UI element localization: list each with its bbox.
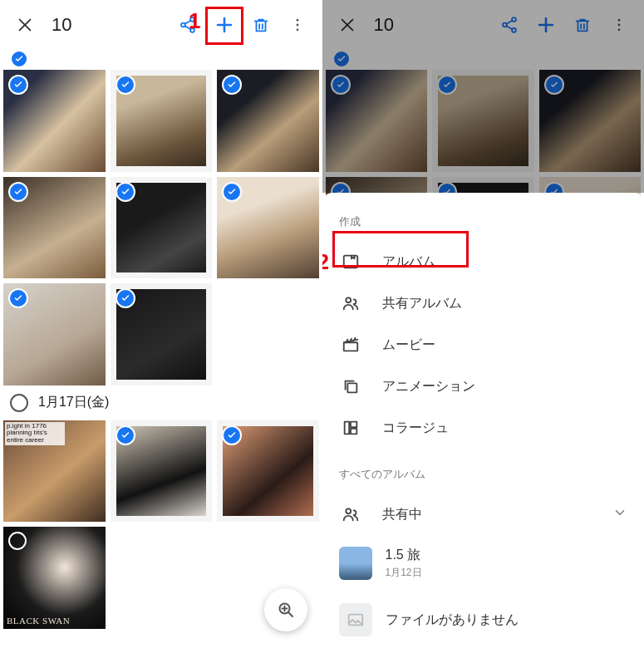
annotation-number: 1: [189, 8, 200, 34]
check-icon: [116, 288, 135, 308]
check-icon: [8, 182, 28, 202]
photo-thumb[interactable]: [111, 420, 213, 523]
screen-step-1: 10: [0, 0, 322, 653]
svg-rect-16: [347, 383, 356, 392]
photo-thumb[interactable]: BLACK SWAN: [3, 527, 106, 629]
album-icon: [339, 253, 362, 271]
album-date: 1月12日: [386, 566, 628, 580]
svg-point-11: [618, 24, 621, 27]
photo-grid: [0, 70, 322, 385]
people-icon: [339, 505, 362, 523]
selection-count: 10: [45, 14, 71, 36]
zoom-in-fab[interactable]: [264, 588, 307, 631]
photo-thumb[interactable]: [111, 283, 213, 385]
photo-thumb[interactable]: [3, 177, 106, 279]
overflow-icon: [602, 8, 636, 42]
screen-step-2: 10: [322, 0, 645, 653]
meme-caption: p.ight in 1776 planning bts's entire car…: [5, 422, 65, 445]
photo-thumb[interactable]: p.ight in 1776 planning bts's entire car…: [3, 420, 106, 523]
selection-count: 10: [367, 14, 394, 36]
date-header[interactable]: 1月17日(金): [0, 385, 322, 420]
share-icon: [493, 8, 526, 42]
svg-point-20: [346, 508, 351, 513]
svg-rect-15: [343, 342, 357, 351]
album-list-item[interactable]: 1.5 旅 1月12日: [322, 535, 645, 592]
selection-topbar: 10: [0, 0, 322, 50]
check-icon: [222, 425, 242, 445]
svg-rect-18: [351, 422, 356, 427]
menu-label: アルバム: [382, 253, 628, 271]
photo-thumb[interactable]: [217, 70, 319, 172]
album-title: 1.5 旅: [386, 547, 628, 564]
menu-item-animation[interactable]: アニメーション: [322, 366, 645, 407]
check-icon: [116, 75, 135, 95]
menu-item-sharing[interactable]: 共有中: [322, 493, 645, 535]
check-icon: [222, 182, 242, 202]
menu-label: ムービー: [382, 336, 628, 354]
date-label: 1月17日(金): [38, 394, 109, 411]
svg-point-10: [618, 19, 621, 22]
svg-point-5: [296, 28, 298, 31]
create-bottom-sheet: 作成 アルバム 共有アルバム ムービー: [322, 193, 645, 653]
date-header-partial: [0, 50, 322, 70]
collage-icon: [339, 419, 362, 437]
check-icon: [116, 182, 135, 202]
menu-item-shared-album[interactable]: 共有アルバム: [322, 282, 645, 324]
photo-thumb[interactable]: [217, 420, 319, 523]
add-to-icon: [529, 8, 563, 42]
close-icon: [331, 8, 364, 42]
date-header-partial: [322, 50, 645, 70]
album-thumb: [339, 547, 372, 580]
close-icon[interactable]: [8, 8, 42, 42]
people-icon: [339, 294, 362, 312]
unchecked-circle-icon: [10, 394, 28, 412]
svg-point-3: [296, 19, 298, 22]
svg-point-14: [346, 297, 351, 302]
unchecked-circle-icon: [8, 532, 27, 550]
check-icon: [8, 288, 28, 308]
check-icon: [222, 75, 242, 95]
menu-item-album[interactable]: アルバム: [322, 241, 645, 282]
album-title: ファイルがありません: [386, 611, 628, 629]
stack-icon: [339, 377, 362, 395]
selection-topbar: 10: [322, 0, 645, 50]
svg-rect-17: [344, 422, 349, 435]
svg-point-12: [618, 28, 621, 31]
menu-item-movie[interactable]: ムービー: [322, 324, 645, 366]
album-info: 1.5 旅 1月12日: [386, 547, 628, 580]
svg-point-4: [296, 24, 298, 27]
add-to-icon[interactable]: [208, 8, 241, 42]
annotation-number: 2: [322, 249, 329, 275]
menu-label: コラージュ: [382, 420, 628, 437]
photo-thumb[interactable]: [111, 70, 213, 172]
trash-icon[interactable]: [244, 8, 278, 42]
poster-title: BLACK SWAN: [7, 616, 70, 626]
photo-thumb[interactable]: [111, 177, 213, 279]
photo-thumb[interactable]: [3, 70, 106, 172]
photo-thumb[interactable]: [3, 283, 106, 385]
menu-label: 共有アルバム: [382, 295, 628, 312]
menu-label: アニメーション: [382, 378, 628, 395]
section-header: 作成: [322, 209, 645, 241]
menu-label: 共有中: [382, 506, 593, 523]
overflow-icon[interactable]: [281, 8, 314, 42]
image-placeholder-icon: [339, 603, 372, 636]
album-list-item[interactable]: ファイルがありません: [322, 592, 645, 648]
photo-thumb[interactable]: [217, 177, 319, 279]
check-icon: [8, 75, 28, 95]
menu-item-collage[interactable]: コラージュ: [322, 407, 645, 449]
section-header: すべてのアルバム: [322, 449, 645, 493]
svg-rect-19: [351, 429, 356, 434]
clapperboard-icon: [339, 336, 362, 354]
check-icon: [116, 425, 135, 445]
trash-icon: [566, 8, 599, 42]
chevron-down-icon: [612, 505, 627, 523]
